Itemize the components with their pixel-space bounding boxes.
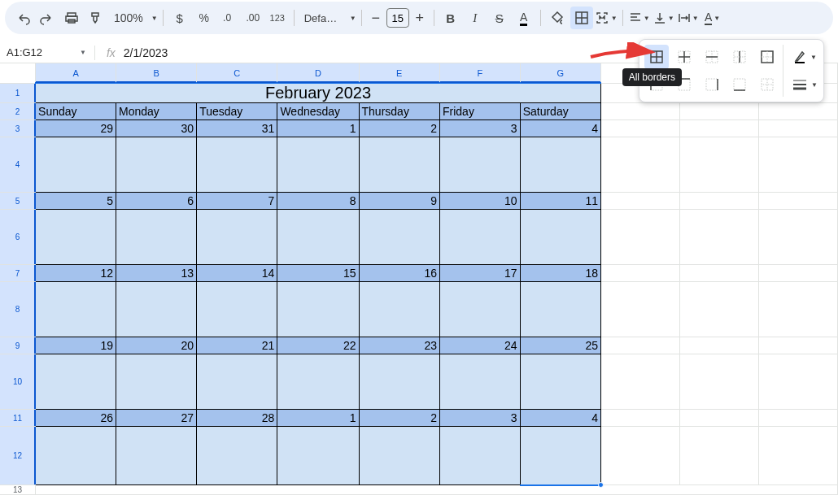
date-cell[interactable]: 24 <box>440 337 521 354</box>
date-cell[interactable]: 10 <box>440 193 521 210</box>
col-header[interactable]: G <box>520 63 600 83</box>
date-cell[interactable]: 18 <box>520 265 600 282</box>
col-header[interactable]: E <box>359 63 439 83</box>
italic-button[interactable]: I <box>464 7 487 29</box>
date-cell[interactable]: 2 <box>359 120 439 137</box>
row-header[interactable]: 12 <box>0 427 36 485</box>
date-cell[interactable]: 9 <box>359 193 439 210</box>
date-cell[interactable]: 21 <box>197 337 277 354</box>
border-none-button[interactable] <box>755 72 779 97</box>
date-cell[interactable]: 27 <box>116 410 197 427</box>
zoom-label[interactable]: 100% <box>109 11 148 24</box>
date-cell[interactable]: 13 <box>116 265 197 282</box>
paint-format-button[interactable] <box>85 7 107 29</box>
col-header[interactable]: F <box>440 63 521 83</box>
percent-button[interactable]: % <box>193 7 216 29</box>
strikethrough-button[interactable]: S <box>488 7 511 29</box>
date-cell[interactable]: 25 <box>520 337 600 354</box>
border-bottom-button[interactable] <box>727 72 752 97</box>
border-style-button[interactable]: ▼ <box>788 72 821 97</box>
col-header[interactable]: D <box>277 63 359 83</box>
row-header[interactable]: 1 <box>0 83 36 103</box>
row-header[interactable]: 5 <box>0 193 36 210</box>
date-cell[interactable]: 22 <box>277 337 359 354</box>
date-cell[interactable]: 11 <box>520 193 600 210</box>
col-header[interactable]: A <box>36 63 116 83</box>
horizontal-align-button[interactable]: ▼ <box>628 7 651 29</box>
redo-button[interactable] <box>36 7 59 29</box>
date-cell[interactable]: 23 <box>359 337 439 354</box>
day-header[interactable]: Friday <box>440 103 521 120</box>
date-cell[interactable]: 28 <box>197 410 277 427</box>
decrease-decimal-button[interactable]: .0 <box>217 7 240 29</box>
calendar-title[interactable]: February 2023 <box>36 83 601 103</box>
date-cell[interactable]: 4 <box>520 410 600 427</box>
row-header[interactable]: 4 <box>0 137 36 193</box>
font-family-select[interactable]: Defaul… <box>299 12 347 24</box>
row-header[interactable]: 3 <box>0 120 36 137</box>
increase-decimal-button[interactable]: .00 <box>242 7 264 29</box>
print-button[interactable] <box>60 7 83 29</box>
text-wrap-button[interactable]: ▼ <box>677 7 700 29</box>
row-header[interactable]: 8 <box>0 282 36 337</box>
date-cell[interactable]: 31 <box>197 120 277 137</box>
row-header[interactable]: 11 <box>0 410 36 427</box>
day-header[interactable]: Tuesday <box>197 103 277 120</box>
row-header[interactable]: 13 <box>0 485 36 495</box>
date-cell[interactable]: 17 <box>440 265 521 282</box>
day-header[interactable]: Wednesday <box>277 103 359 120</box>
row-header[interactable]: 10 <box>0 354 36 410</box>
date-cell[interactable]: 3 <box>440 410 521 427</box>
day-header[interactable]: Saturday <box>520 103 600 120</box>
date-cell[interactable]: 2 <box>359 410 439 427</box>
font-size-input[interactable] <box>389 12 407 24</box>
date-cell[interactable]: 19 <box>36 337 116 354</box>
col-header[interactable]: B <box>116 63 197 83</box>
date-cell[interactable]: 6 <box>116 193 197 210</box>
text-rotation-button[interactable]: A▼ <box>701 7 724 29</box>
selection-handle[interactable] <box>598 482 604 488</box>
border-vertical-button[interactable] <box>727 45 752 69</box>
date-cell[interactable]: 14 <box>197 265 277 282</box>
date-cell[interactable]: 1 <box>277 120 359 137</box>
date-cell[interactable]: 26 <box>36 410 116 427</box>
row-header[interactable]: 9 <box>0 337 36 354</box>
select-all-corner[interactable] <box>0 63 36 83</box>
date-cell[interactable]: 4 <box>520 120 600 137</box>
date-cell[interactable]: 5 <box>36 193 116 210</box>
border-color-button[interactable]: ▼ <box>788 45 821 69</box>
col-header[interactable]: C <box>197 63 277 83</box>
format-123-button[interactable]: 123 <box>266 7 289 29</box>
vertical-align-button[interactable]: ▼ <box>653 7 675 29</box>
date-cell[interactable]: 15 <box>277 265 359 282</box>
row-header[interactable]: 2 <box>0 103 36 120</box>
row-header[interactable]: 6 <box>0 210 36 265</box>
grid-table[interactable]: A B C D E F G 1 February 2023 2 Sunday M… <box>0 63 838 495</box>
date-cell[interactable]: 8 <box>277 193 359 210</box>
day-header[interactable]: Monday <box>116 103 197 120</box>
chevron-down-icon[interactable]: ▼ <box>151 15 158 22</box>
borders-button[interactable] <box>570 7 593 29</box>
day-header[interactable]: Thursday <box>359 103 439 120</box>
date-cell[interactable]: 1 <box>277 410 359 427</box>
date-cell[interactable]: 16 <box>359 265 439 282</box>
fill-color-button[interactable] <box>546 7 569 29</box>
text-color-button[interactable]: A <box>513 7 535 29</box>
bold-button[interactable]: B <box>439 7 462 29</box>
date-cell[interactable]: 30 <box>116 120 197 137</box>
name-box[interactable]: A1:G12 <box>0 43 75 63</box>
row-header[interactable]: 7 <box>0 265 36 282</box>
day-header[interactable]: Sunday <box>36 103 116 120</box>
currency-button[interactable]: $ <box>168 7 191 29</box>
chevron-down-icon[interactable]: ▼ <box>350 15 356 22</box>
namebox-dropdown[interactable]: ▼ <box>75 49 91 56</box>
border-outer-button[interactable] <box>755 45 779 69</box>
border-right-button[interactable] <box>700 72 724 97</box>
date-cell[interactable]: 29 <box>36 120 116 137</box>
date-cell[interactable]: 7 <box>197 193 277 210</box>
date-cell[interactable]: 3 <box>440 120 521 137</box>
undo-button[interactable] <box>11 7 34 29</box>
date-cell[interactable]: 20 <box>116 337 197 354</box>
border-inner-button[interactable] <box>672 45 696 69</box>
increase-font-button[interactable]: + <box>411 10 429 27</box>
